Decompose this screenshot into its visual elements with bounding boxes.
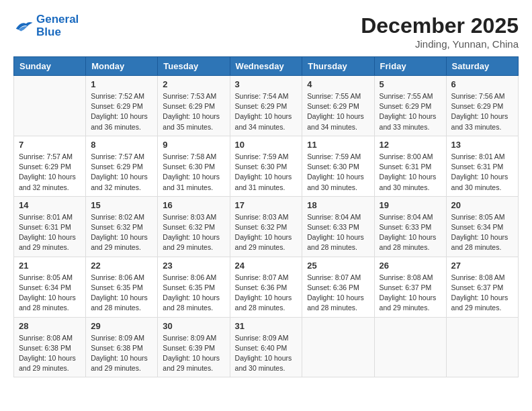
calendar-cell: 19Sunrise: 8:04 AM Sunset: 6:33 PM Dayli… xyxy=(374,196,446,257)
page-header: General Blue December 2025 Jinding, Yunn… xyxy=(13,13,519,50)
day-info: Sunrise: 8:08 AM Sunset: 6:38 PM Dayligh… xyxy=(19,333,81,374)
day-number: 25 xyxy=(307,261,369,271)
calendar-cell: 3Sunrise: 7:54 AM Sunset: 6:29 PM Daylig… xyxy=(230,76,302,136)
day-number: 7 xyxy=(19,140,81,150)
calendar-cell: 12Sunrise: 8:00 AM Sunset: 6:31 PM Dayli… xyxy=(374,136,446,196)
calendar-week-4: 21Sunrise: 8:05 AM Sunset: 6:34 PM Dayli… xyxy=(14,257,519,317)
day-info: Sunrise: 8:03 AM Sunset: 6:32 PM Dayligh… xyxy=(235,212,298,253)
calendar-week-2: 7Sunrise: 7:57 AM Sunset: 6:29 PM Daylig… xyxy=(14,136,519,196)
day-number: 15 xyxy=(91,200,152,210)
day-info: Sunrise: 8:04 AM Sunset: 6:33 PM Dayligh… xyxy=(380,212,441,253)
calendar-cell: 31Sunrise: 8:09 AM Sunset: 6:40 PM Dayli… xyxy=(230,317,302,377)
calendar-cell: 1Sunrise: 7:52 AM Sunset: 6:29 PM Daylig… xyxy=(86,76,158,136)
calendar-cell: 23Sunrise: 8:06 AM Sunset: 6:35 PM Dayli… xyxy=(158,257,230,317)
calendar-cell: 5Sunrise: 7:55 AM Sunset: 6:29 PM Daylig… xyxy=(374,76,446,136)
logo: General Blue xyxy=(13,13,79,38)
day-number: 31 xyxy=(235,321,298,331)
weekday-header-thursday: Thursday xyxy=(302,57,374,76)
day-info: Sunrise: 7:57 AM Sunset: 6:29 PM Dayligh… xyxy=(19,152,81,193)
calendar-cell xyxy=(14,76,86,136)
day-info: Sunrise: 8:03 AM Sunset: 6:32 PM Dayligh… xyxy=(163,212,224,253)
day-info: Sunrise: 7:55 AM Sunset: 6:29 PM Dayligh… xyxy=(307,91,369,132)
day-number: 22 xyxy=(91,261,152,271)
calendar-cell: 27Sunrise: 8:08 AM Sunset: 6:37 PM Dayli… xyxy=(446,257,518,317)
calendar-cell: 29Sunrise: 8:09 AM Sunset: 6:38 PM Dayli… xyxy=(86,317,158,377)
day-info: Sunrise: 8:04 AM Sunset: 6:33 PM Dayligh… xyxy=(307,212,369,253)
day-info: Sunrise: 8:08 AM Sunset: 6:37 PM Dayligh… xyxy=(451,273,513,314)
calendar-cell: 13Sunrise: 8:01 AM Sunset: 6:31 PM Dayli… xyxy=(446,136,518,196)
day-number: 29 xyxy=(91,321,152,331)
day-info: Sunrise: 7:54 AM Sunset: 6:29 PM Dayligh… xyxy=(235,91,298,132)
day-info: Sunrise: 7:58 AM Sunset: 6:30 PM Dayligh… xyxy=(163,152,224,193)
day-number: 14 xyxy=(19,200,81,210)
day-info: Sunrise: 8:06 AM Sunset: 6:35 PM Dayligh… xyxy=(91,273,152,314)
day-number: 10 xyxy=(235,140,298,150)
calendar-cell: 28Sunrise: 8:08 AM Sunset: 6:38 PM Dayli… xyxy=(14,317,86,377)
day-info: Sunrise: 7:55 AM Sunset: 6:29 PM Dayligh… xyxy=(380,91,441,132)
day-info: Sunrise: 7:59 AM Sunset: 6:30 PM Dayligh… xyxy=(307,152,369,193)
calendar-cell: 6Sunrise: 7:56 AM Sunset: 6:29 PM Daylig… xyxy=(446,76,518,136)
day-info: Sunrise: 8:01 AM Sunset: 6:31 PM Dayligh… xyxy=(451,152,513,193)
calendar-cell: 2Sunrise: 7:53 AM Sunset: 6:29 PM Daylig… xyxy=(158,76,230,136)
logo-text: General Blue xyxy=(36,13,79,38)
calendar-week-5: 28Sunrise: 8:08 AM Sunset: 6:38 PM Dayli… xyxy=(14,317,519,377)
calendar-cell: 8Sunrise: 7:57 AM Sunset: 6:29 PM Daylig… xyxy=(86,136,158,196)
calendar-cell: 18Sunrise: 8:04 AM Sunset: 6:33 PM Dayli… xyxy=(302,196,374,257)
day-info: Sunrise: 7:57 AM Sunset: 6:29 PM Dayligh… xyxy=(91,152,152,193)
day-info: Sunrise: 8:01 AM Sunset: 6:31 PM Dayligh… xyxy=(19,212,81,253)
day-info: Sunrise: 8:05 AM Sunset: 6:34 PM Dayligh… xyxy=(451,212,513,253)
day-number: 3 xyxy=(235,79,298,89)
day-number: 18 xyxy=(307,200,369,210)
calendar-cell: 25Sunrise: 8:07 AM Sunset: 6:36 PM Dayli… xyxy=(302,257,374,317)
day-number: 23 xyxy=(163,261,224,271)
day-info: Sunrise: 8:07 AM Sunset: 6:36 PM Dayligh… xyxy=(235,273,298,314)
day-info: Sunrise: 7:59 AM Sunset: 6:30 PM Dayligh… xyxy=(235,152,298,193)
day-number: 12 xyxy=(380,140,441,150)
day-number: 6 xyxy=(451,79,513,89)
day-number: 20 xyxy=(451,200,513,210)
calendar-cell: 7Sunrise: 7:57 AM Sunset: 6:29 PM Daylig… xyxy=(14,136,86,196)
weekday-header-wednesday: Wednesday xyxy=(230,57,302,76)
weekday-header-friday: Friday xyxy=(374,57,446,76)
day-info: Sunrise: 8:09 AM Sunset: 6:38 PM Dayligh… xyxy=(91,333,152,374)
day-number: 13 xyxy=(451,140,513,150)
calendar-cell: 9Sunrise: 7:58 AM Sunset: 6:30 PM Daylig… xyxy=(158,136,230,196)
day-info: Sunrise: 8:05 AM Sunset: 6:34 PM Dayligh… xyxy=(19,273,81,314)
calendar-cell: 20Sunrise: 8:05 AM Sunset: 6:34 PM Dayli… xyxy=(446,196,518,257)
weekday-header-saturday: Saturday xyxy=(446,57,518,76)
month-year-title: December 2025 xyxy=(361,13,519,38)
day-info: Sunrise: 8:09 AM Sunset: 6:40 PM Dayligh… xyxy=(235,333,298,374)
calendar-cell xyxy=(446,317,518,377)
calendar-cell: 26Sunrise: 8:08 AM Sunset: 6:37 PM Dayli… xyxy=(374,257,446,317)
day-info: Sunrise: 8:08 AM Sunset: 6:37 PM Dayligh… xyxy=(380,273,441,314)
day-info: Sunrise: 8:07 AM Sunset: 6:36 PM Dayligh… xyxy=(307,273,369,314)
calendar-cell: 14Sunrise: 8:01 AM Sunset: 6:31 PM Dayli… xyxy=(14,196,86,257)
location-subtitle: Jinding, Yunnan, China xyxy=(361,38,519,50)
day-info: Sunrise: 7:56 AM Sunset: 6:29 PM Dayligh… xyxy=(451,91,513,132)
day-number: 28 xyxy=(19,321,81,331)
calendar-table: SundayMondayTuesdayWednesdayThursdayFrid… xyxy=(13,56,519,377)
day-number: 21 xyxy=(19,261,81,271)
calendar-cell: 24Sunrise: 8:07 AM Sunset: 6:36 PM Dayli… xyxy=(230,257,302,317)
day-number: 9 xyxy=(163,140,224,150)
day-number: 5 xyxy=(380,79,441,89)
calendar-cell: 21Sunrise: 8:05 AM Sunset: 6:34 PM Dayli… xyxy=(14,257,86,317)
day-number: 8 xyxy=(91,140,152,150)
weekday-header-tuesday: Tuesday xyxy=(158,57,230,76)
day-info: Sunrise: 7:52 AM Sunset: 6:29 PM Dayligh… xyxy=(91,91,152,132)
weekday-header-sunday: Sunday xyxy=(14,57,86,76)
calendar-cell: 30Sunrise: 8:09 AM Sunset: 6:39 PM Dayli… xyxy=(158,317,230,377)
day-number: 16 xyxy=(163,200,224,210)
calendar-cell xyxy=(302,317,374,377)
day-info: Sunrise: 8:06 AM Sunset: 6:35 PM Dayligh… xyxy=(163,273,224,314)
day-number: 24 xyxy=(235,261,298,271)
logo-icon xyxy=(13,18,34,34)
calendar-cell: 22Sunrise: 8:06 AM Sunset: 6:35 PM Dayli… xyxy=(86,257,158,317)
calendar-cell: 10Sunrise: 7:59 AM Sunset: 6:30 PM Dayli… xyxy=(230,136,302,196)
day-number: 27 xyxy=(451,261,513,271)
calendar-cell: 16Sunrise: 8:03 AM Sunset: 6:32 PM Dayli… xyxy=(158,196,230,257)
day-number: 1 xyxy=(91,79,152,89)
calendar-cell: 17Sunrise: 8:03 AM Sunset: 6:32 PM Dayli… xyxy=(230,196,302,257)
day-info: Sunrise: 8:02 AM Sunset: 6:32 PM Dayligh… xyxy=(91,212,152,253)
calendar-cell: 15Sunrise: 8:02 AM Sunset: 6:32 PM Dayli… xyxy=(86,196,158,257)
